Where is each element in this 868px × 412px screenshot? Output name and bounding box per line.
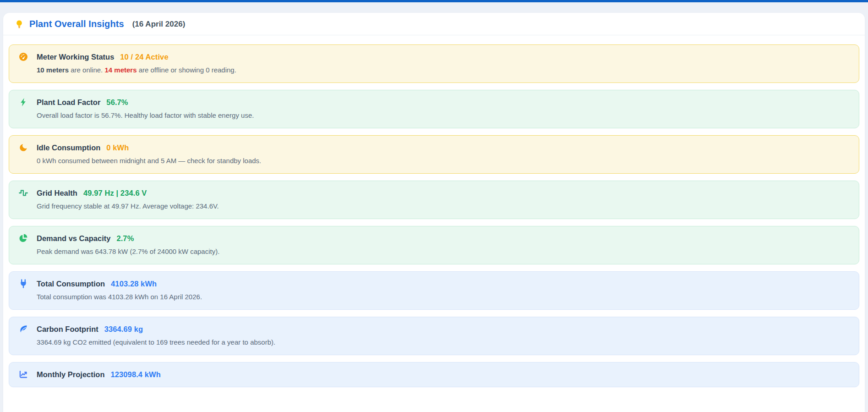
card-value: 4103.28 kWh — [111, 280, 157, 288]
card-title: Total Consumption — [37, 280, 105, 288]
card-description: 0 kWh consumed between midnight and 5 AM… — [37, 156, 849, 165]
card-value: 3364.69 kg — [104, 325, 143, 334]
square-wave-icon — [19, 188, 28, 198]
insight-card-carbon-footprint: Carbon Footprint 3364.69 kg 3364.69 kg C… — [9, 317, 859, 355]
insight-card-grid-health: Grid Health 49.97 Hz | 234.6 V Grid freq… — [9, 181, 859, 219]
bolt-icon — [19, 98, 28, 107]
moon-icon — [19, 143, 28, 152]
top-accent-bar — [0, 0, 868, 2]
card-description: 10 meters are online. 14 meters are offl… — [37, 66, 849, 75]
lightbulb-icon — [15, 20, 24, 29]
offline-meter-count: 14 meters — [104, 66, 136, 74]
desc-segment: are online. — [69, 66, 104, 74]
leaf-icon — [19, 324, 28, 334]
card-description: Total consumption was 4103.28 kWh on 16 … — [37, 292, 849, 302]
pie-chart-icon — [19, 234, 28, 243]
card-value: 56.7% — [106, 98, 128, 107]
card-head: Meter Working Status 10 / 24 Active — [19, 52, 849, 61]
header-date: (16 April 2026) — [132, 20, 186, 29]
card-value: 10 / 24 Active — [120, 53, 168, 61]
card-title: Plant Load Factor — [37, 98, 100, 107]
card-title: Grid Health — [37, 189, 77, 198]
card-title: Monthly Projection — [37, 370, 105, 379]
card-head: Grid Health 49.97 Hz | 234.6 V — [19, 188, 849, 198]
card-value: 123098.4 kWh — [111, 370, 161, 379]
insight-card-idle-consumption: Idle Consumption 0 kWh 0 kWh consumed be… — [9, 135, 859, 174]
plug-icon — [19, 279, 28, 288]
gauge-icon — [19, 52, 28, 61]
card-head: Idle Consumption 0 kWh — [19, 143, 849, 152]
insight-card-demand-vs-capacity: Demand vs Capacity 2.7% Peak demand was … — [9, 226, 859, 264]
online-meter-count: 10 meters — [37, 66, 69, 74]
insight-card-monthly-projection: Monthly Projection 123098.4 kWh — [9, 362, 859, 387]
card-description: Peak demand was 643.78 kW (2.7% of 24000… — [37, 247, 849, 256]
page-title: Plant Overall Insights — [29, 19, 124, 29]
card-value: 2.7% — [116, 234, 134, 243]
desc-segment: are offline or showing 0 reading. — [137, 66, 236, 74]
card-value: 0 kWh — [106, 143, 129, 152]
card-title: Idle Consumption — [37, 143, 100, 152]
insights-panel: Plant Overall Insights (16 April 2026) M… — [3, 13, 865, 412]
card-head: Total Consumption 4103.28 kWh — [19, 279, 849, 288]
card-title: Carbon Footprint — [37, 325, 98, 334]
card-title: Meter Working Status — [37, 53, 114, 61]
panel-header: Plant Overall Insights (16 April 2026) — [3, 13, 865, 35]
card-value: 49.97 Hz | 234.6 V — [83, 189, 147, 198]
insight-cards-list: Meter Working Status 10 / 24 Active 10 m… — [3, 35, 865, 387]
card-head: Plant Load Factor 56.7% — [19, 98, 849, 107]
card-description: Overall load factor is 56.7%. Healthy lo… — [37, 111, 849, 120]
card-description: Grid frequency stable at 49.97 Hz. Avera… — [37, 202, 849, 211]
insight-card-meter-working-status: Meter Working Status 10 / 24 Active 10 m… — [9, 44, 859, 83]
card-description: 3364.69 kg CO2 emitted (equivalent to 16… — [37, 338, 849, 347]
card-head: Monthly Projection 123098.4 kWh — [19, 370, 849, 379]
card-head: Carbon Footprint 3364.69 kg — [19, 324, 849, 334]
chart-line-icon — [19, 370, 28, 379]
insight-card-total-consumption: Total Consumption 4103.28 kWh Total cons… — [9, 271, 859, 310]
card-title: Demand vs Capacity — [37, 234, 110, 243]
card-head: Demand vs Capacity 2.7% — [19, 234, 849, 243]
insight-card-plant-load-factor: Plant Load Factor 56.7% Overall load fac… — [9, 90, 859, 128]
